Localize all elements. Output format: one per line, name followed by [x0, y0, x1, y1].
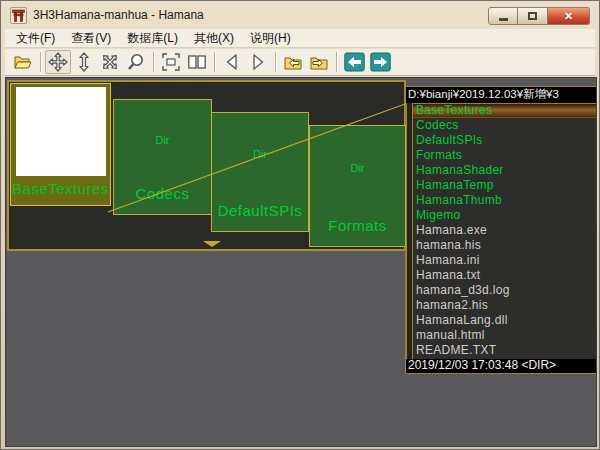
- thumbnail-codecs[interactable]: Dir Codecs: [113, 99, 212, 215]
- two-page-view-button[interactable]: [184, 50, 210, 74]
- thumbnail-defaultspis[interactable]: Dir DefaultSPIs: [211, 112, 309, 232]
- window-controls: ✕: [488, 7, 590, 25]
- title-bar[interactable]: 3H3Hamana-manhua - Hamana ✕: [2, 2, 598, 29]
- fit-vertical-button[interactable]: [71, 50, 97, 74]
- file-name: hamana2.his: [416, 298, 488, 312]
- file-list-item[interactable]: hamana_d3d.log: [413, 283, 597, 298]
- toolbar-separator: [214, 52, 215, 72]
- teal-right-arrow-icon: [370, 52, 391, 72]
- file-list-item[interactable]: HamanaLang.dll: [413, 313, 597, 328]
- menu-item[interactable]: 说明(H): [242, 29, 299, 47]
- file-list-item[interactable]: Formats: [413, 148, 597, 163]
- file-name: hamana.his: [416, 238, 481, 252]
- file-name: hamana_d3d.log: [416, 283, 510, 297]
- file-name: Migemo: [416, 208, 460, 222]
- image-view-area[interactable]: BaseTextures Dir Codecs Dir DefaultSPIs …: [5, 77, 597, 447]
- scroll-free-button[interactable]: [97, 50, 123, 74]
- next-folder-button[interactable]: [306, 50, 332, 74]
- file-list-item[interactable]: Hamana.exe: [413, 223, 597, 238]
- close-icon: ✕: [564, 10, 573, 23]
- toolbar-separator: [336, 52, 337, 72]
- file-list-item[interactable]: README.TXT: [413, 343, 597, 358]
- file-list-item[interactable]: Hamana.ini: [413, 253, 597, 268]
- file-list: BaseTextures Codecs DefaultSPIs Formats: [413, 103, 597, 359]
- dir-tag: Dir: [114, 134, 211, 146]
- next-image-button[interactable]: [245, 50, 271, 74]
- file-list-item[interactable]: HamanaTemp: [413, 178, 597, 193]
- file-name: HamanaShader: [416, 163, 504, 177]
- dir-tag: Dir: [310, 162, 405, 174]
- open-folder-button[interactable]: [10, 50, 36, 74]
- file-name: manual.html: [416, 328, 485, 342]
- back-button[interactable]: [341, 50, 367, 74]
- file-list-item[interactable]: HamanaShader: [413, 163, 597, 178]
- list-scrollbar-rail[interactable]: [406, 103, 413, 359]
- pan-move-button[interactable]: [45, 50, 71, 74]
- file-name: HamanaTemp: [416, 178, 494, 192]
- toolbar: [5, 49, 595, 76]
- path-bar: D:¥bianji¥2019.12.03¥新增¥3: [406, 87, 597, 103]
- folder-open-icon: [13, 52, 33, 72]
- file-list-item[interactable]: hamana2.his: [413, 298, 597, 313]
- file-name: Hamana.ini: [416, 253, 480, 267]
- file-panel-body: BaseTextures Codecs DefaultSPIs Formats: [406, 103, 597, 359]
- file-list-item[interactable]: HamanaThumb: [413, 193, 597, 208]
- menu-item[interactable]: 查看(V): [63, 29, 119, 47]
- file-list-item[interactable]: Migemo: [413, 208, 597, 223]
- minimize-icon: [499, 18, 508, 21]
- file-panel: D:¥bianji¥2019.12.03¥新增¥3 BaseTextures C…: [405, 86, 597, 374]
- prev-folder-button[interactable]: [280, 50, 306, 74]
- torii-gate-icon: [10, 7, 27, 24]
- toolbar-separator: [40, 52, 41, 72]
- file-list-item[interactable]: Hamana.txt: [413, 268, 597, 283]
- minimize-button[interactable]: [488, 7, 518, 25]
- file-name: DefaultSPIs: [416, 133, 483, 147]
- status-bar: 2019/12/03 17:03:48 <DIR>: [406, 359, 597, 373]
- folder-forward-icon: [309, 52, 329, 72]
- toolbar-separator: [275, 52, 276, 72]
- thumbnail-label: DefaultSPIs: [212, 202, 308, 219]
- maximize-button[interactable]: [518, 7, 548, 25]
- diagonal-arrows-icon: [100, 52, 120, 72]
- thumbnail-formats[interactable]: Dir Formats: [309, 125, 406, 247]
- file-list-item[interactable]: Codecs: [413, 118, 597, 133]
- move-arrows-icon: [48, 52, 68, 72]
- file-list-item[interactable]: hamana.his: [413, 238, 597, 253]
- thumbnail-label: BaseTextures: [11, 180, 110, 197]
- thumbnail-label: Codecs: [114, 185, 211, 202]
- left-triangle-icon: [223, 52, 241, 72]
- file-list-item[interactable]: manual.html: [413, 328, 597, 343]
- close-button[interactable]: ✕: [548, 7, 590, 25]
- thumbnail-basetextures[interactable]: BaseTextures: [10, 83, 111, 206]
- file-name: HamanaThumb: [416, 193, 502, 207]
- prev-image-button[interactable]: [219, 50, 245, 74]
- menu-bar: 文件(F) 查看(V) 数据库(L) 其他(X) 说明(H): [5, 29, 595, 48]
- menu-item[interactable]: 其他(X): [186, 29, 242, 47]
- zoom-button[interactable]: [123, 50, 149, 74]
- right-triangle-icon: [249, 52, 267, 72]
- dir-tag: Dir: [212, 148, 308, 160]
- file-name: Hamana.txt: [416, 268, 480, 282]
- menu-item[interactable]: 数据库(L): [119, 29, 186, 47]
- up-down-arrows-icon: [75, 52, 93, 72]
- magnifier-icon: [126, 52, 146, 72]
- file-name: Formats: [416, 148, 462, 162]
- teal-left-arrow-icon: [344, 52, 365, 72]
- file-name: HamanaLang.dll: [416, 313, 508, 327]
- two-pages-icon: [187, 52, 207, 72]
- menu-item[interactable]: 文件(F): [8, 29, 63, 47]
- file-list-item[interactable]: BaseTextures: [413, 103, 597, 118]
- forward-button[interactable]: [367, 50, 393, 74]
- folder-back-icon: [283, 52, 303, 72]
- file-name: Hamana.exe: [416, 223, 487, 237]
- fit-brackets-icon: [161, 52, 181, 72]
- app-window: 3H3Hamana-manhua - Hamana ✕ 文件(F) 查看(V) …: [0, 0, 600, 450]
- thumbnail-label: Formats: [310, 217, 405, 234]
- scroll-down-marker[interactable]: [203, 241, 221, 247]
- file-list-item[interactable]: DefaultSPIs: [413, 133, 597, 148]
- fit-window-button[interactable]: [158, 50, 184, 74]
- toolbar-separator: [153, 52, 154, 72]
- thumbnail-image: [16, 87, 106, 176]
- maximize-icon: [528, 12, 537, 20]
- window-title: 3H3Hamana-manhua - Hamana: [33, 8, 204, 22]
